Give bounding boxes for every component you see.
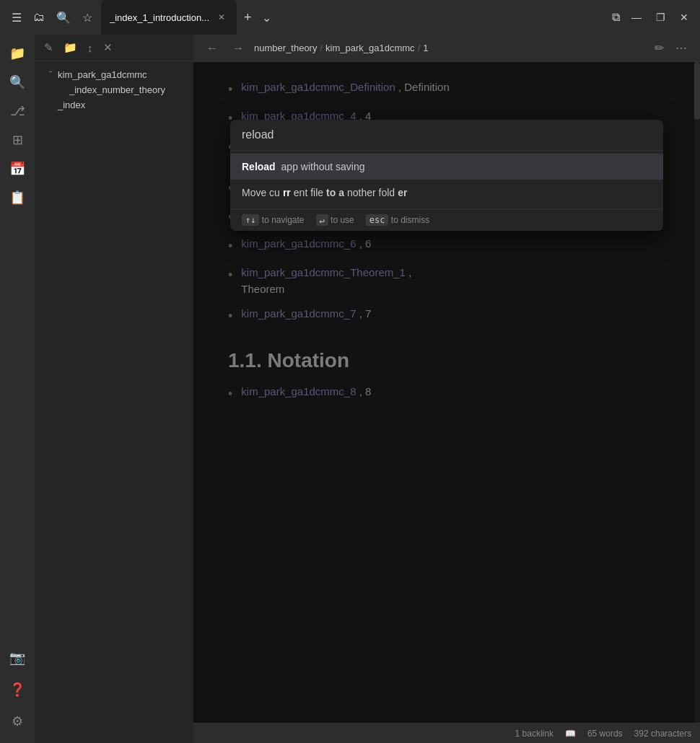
command-input[interactable] — [242, 128, 652, 141]
more-icon[interactable]: ⋯ — [671, 39, 691, 57]
address-bar: ← → number_theory / kim_park_ga1dcmmc / … — [193, 35, 700, 62]
status-book: 📖 — [565, 729, 576, 739]
footer-use: ↵ to use — [316, 215, 354, 225]
titlebar-left: ☰ 🗂 🔍 ☆ — [6, 8, 98, 27]
tab-close-button[interactable]: ✕ — [215, 11, 228, 24]
key-navigate: ↑↓ — [242, 214, 259, 226]
status-bar: 1 backlink 📖 65 words 392 characters — [193, 723, 700, 743]
command-item-bold2: er — [398, 187, 407, 198]
tab-dropdown-icon[interactable]: ⌄ — [259, 8, 274, 27]
sidebar-content: › kim_park_ga1dcmmc _index_number_theory… — [35, 61, 193, 743]
sidebar-item-label: _index — [58, 100, 188, 110]
command-palette-overlay: Reload app without saving Move current f… — [193, 62, 700, 723]
status-chars: 392 characters — [634, 729, 691, 739]
activity-search[interactable]: 🔍 — [4, 69, 30, 95]
sidebar-item-index[interactable]: _index — [35, 97, 193, 113]
activity-camera[interactable]: 📷 — [4, 645, 30, 671]
activity-calendar[interactable]: 📅 — [4, 156, 30, 182]
status-words: 65 words — [587, 729, 623, 739]
breadcrumb: number_theory / kim_park_ga1dcmmc / 1 — [254, 43, 644, 53]
forward-button[interactable]: → — [228, 40, 248, 57]
main-area: 📁 🔍 ⎇ ⊞ 📅 📋 📷 ❓ ⚙ ✎ 📁 ↕ ✕ › kim_park_ga1… — [0, 35, 700, 743]
active-tab[interactable]: _index_1_introduction... ✕ — [101, 0, 237, 35]
activity-extensions[interactable]: ⊞ — [4, 127, 30, 153]
search-icon[interactable]: 🔍 — [53, 8, 74, 27]
sidebar-toolbar: ✎ 📁 ↕ ✕ — [35, 35, 193, 61]
breadcrumb-page[interactable]: 1 — [423, 43, 428, 53]
command-item-reload[interactable]: Reload app without saving — [230, 154, 663, 180]
new-folder-button[interactable]: 📁 — [60, 39, 81, 56]
command-item-move[interactable]: Move current file to another folder — [230, 180, 663, 206]
command-item-highlight: Reload — [242, 161, 276, 172]
activity-git[interactable]: ⎇ — [4, 98, 30, 124]
footer-navigate: ↑↓ to navigate — [242, 215, 305, 225]
tab-label: _index_1_introduction... — [110, 12, 209, 23]
footer-use-label: to use — [331, 215, 354, 225]
tabs-area: _index_1_introduction... ✕ + ⌄ — [101, 0, 606, 35]
sidebar-item-label: _index_number_theory — [69, 84, 188, 95]
chars-label: 392 characters — [634, 729, 691, 739]
sidebar-item-kim-park[interactable]: › kim_park_ga1dcmmc — [35, 67, 193, 82]
page-wrapper: • kim_park_ga1dcmmc_Definition , Definit… — [193, 62, 700, 723]
edit-icon[interactable]: ✏ — [650, 39, 668, 57]
footer-dismiss: esc to dismiss — [366, 215, 429, 225]
new-tab-button[interactable]: + — [238, 7, 258, 28]
command-item-text3: nother fold — [347, 187, 395, 198]
titlebar: ☰ 🗂 🔍 ☆ _index_1_introduction... ✕ + ⌄ ⧉… — [0, 0, 700, 35]
activity-settings[interactable]: ⚙ — [4, 708, 30, 734]
activity-bar: 📁 🔍 ⎇ ⊞ 📅 📋 📷 ❓ ⚙ — [0, 35, 35, 743]
words-label: 65 words — [587, 729, 623, 739]
sidebar-item-label: kim_park_ga1dcmmc — [58, 69, 188, 80]
key-use: ↵ — [316, 214, 328, 226]
command-input-wrap — [230, 120, 663, 151]
back-button[interactable]: ← — [202, 40, 222, 57]
backlink-label: 1 backlink — [515, 729, 554, 739]
breadcrumb-number-theory[interactable]: number_theory — [254, 43, 317, 53]
chevron-icon: › — [47, 71, 55, 79]
activity-files[interactable]: 📁 — [4, 40, 30, 66]
sidebar: ✎ 📁 ↕ ✕ › kim_park_ga1dcmmc _index_numbe… — [35, 35, 193, 743]
activity-help[interactable]: ❓ — [4, 677, 30, 703]
star-icon[interactable]: ☆ — [79, 8, 95, 27]
content-area: ← → number_theory / kim_park_ga1dcmmc / … — [193, 35, 700, 743]
activity-clipboard[interactable]: 📋 — [4, 185, 30, 211]
command-item-highlight2: rr — [283, 187, 291, 198]
address-bar-actions: ✏ ⋯ — [650, 39, 691, 57]
command-palette: Reload app without saving Move current f… — [230, 120, 663, 231]
breadcrumb-sep1: / — [320, 43, 323, 53]
titlebar-controls: ⧉ — ❐ ✕ — [609, 8, 694, 27]
key-dismiss: esc — [366, 214, 389, 226]
sort-button[interactable]: ↕ — [84, 40, 97, 56]
command-item-text: app without saving — [279, 161, 365, 172]
breadcrumb-kim-park[interactable]: kim_park_ga1dcmmc — [325, 43, 415, 53]
footer-navigate-label: to navigate — [262, 215, 305, 225]
breadcrumb-sep2: / — [418, 43, 421, 53]
minimize-button[interactable]: — — [626, 9, 647, 26]
status-backlink: 1 backlink — [515, 729, 554, 739]
files-icon[interactable]: 🗂 — [30, 8, 48, 27]
split-view-icon[interactable]: ⧉ — [609, 8, 623, 27]
command-item-text2: ent file — [294, 187, 323, 198]
command-item-bold: to a — [326, 187, 344, 198]
command-footer: ↑↓ to navigate ↵ to use esc to dismiss — [230, 208, 663, 231]
command-results: Reload app without saving Move current f… — [230, 151, 663, 208]
close-sidebar-button[interactable]: ✕ — [100, 39, 116, 56]
footer-dismiss-label: to dismiss — [391, 215, 429, 225]
sidebar-toggle-icon[interactable]: ☰ — [9, 8, 25, 27]
sidebar-item-index-number-theory[interactable]: _index_number_theory — [35, 82, 193, 97]
close-button[interactable]: ✕ — [674, 9, 694, 26]
command-item-text: Move cu — [242, 187, 280, 198]
new-file-button[interactable]: ✎ — [40, 39, 57, 56]
restore-button[interactable]: ❐ — [650, 9, 671, 26]
